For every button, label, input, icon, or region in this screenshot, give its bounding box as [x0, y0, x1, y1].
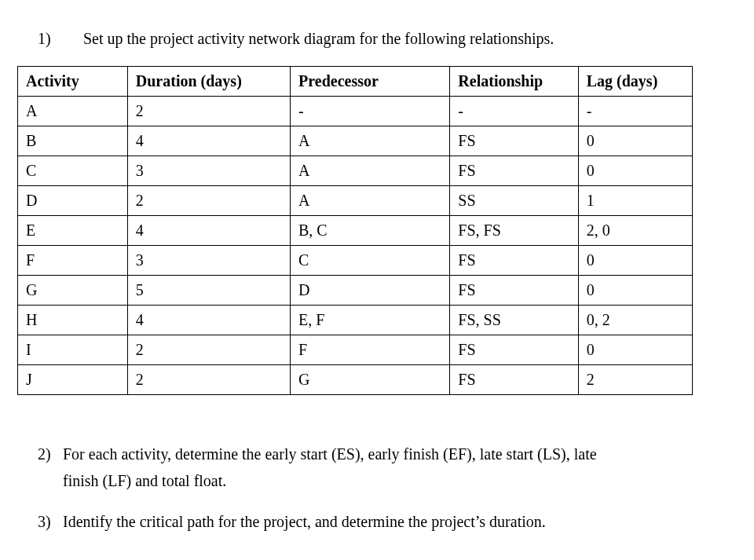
cell-lag: 0: [578, 276, 692, 306]
cell-predecessor: E, F: [291, 306, 450, 335]
question-3-number: 3): [38, 513, 63, 531]
cell-duration: 4: [127, 126, 290, 156]
question-2: 2) For each activity, determine the earl…: [38, 441, 737, 494]
cell-predecessor: A: [291, 186, 450, 216]
table-header-row: Activity Duration (days) Predecessor Rel…: [18, 67, 693, 97]
cell-relationship: FS: [450, 156, 578, 186]
table-row: D2ASS1: [18, 186, 693, 216]
header-lag: Lag (days): [578, 67, 692, 97]
cell-activity: J: [18, 365, 128, 395]
cell-duration: 3: [127, 156, 290, 186]
cell-lag: 0: [578, 126, 692, 156]
cell-relationship: FS: [450, 365, 578, 395]
table-row: H4E, FFS, SS0, 2: [18, 306, 693, 335]
question-1-text: Set up the project activity network diag…: [83, 25, 737, 52]
cell-activity: F: [18, 246, 128, 276]
cell-duration: 5: [127, 276, 290, 306]
cell-lag: 0: [578, 246, 692, 276]
activity-table: Activity Duration (days) Predecessor Rel…: [17, 66, 693, 395]
question-2-number: 2): [38, 445, 63, 463]
cell-relationship: FS: [450, 276, 578, 306]
cell-duration: 2: [127, 186, 290, 216]
cell-lag: 2, 0: [578, 216, 692, 246]
cell-duration: 4: [127, 306, 290, 335]
cell-activity: B: [18, 126, 128, 156]
question-1: 1) Set up the project activity network d…: [17, 25, 737, 52]
cell-predecessor: D: [291, 276, 450, 306]
header-duration: Duration (days): [127, 67, 290, 97]
cell-predecessor: A: [291, 156, 450, 186]
question-3: 3) Identify the critical path for the pr…: [38, 508, 737, 535]
cell-relationship: FS, FS: [450, 216, 578, 246]
cell-activity: H: [18, 306, 128, 335]
cell-duration: 3: [127, 246, 290, 276]
cell-activity: G: [18, 276, 128, 306]
cell-duration: 2: [127, 335, 290, 365]
cell-predecessor: A: [291, 126, 450, 156]
question-2-text-line1: For each activity, determine the early s…: [63, 441, 737, 467]
cell-duration: 2: [127, 97, 290, 126]
cell-relationship: SS: [450, 186, 578, 216]
cell-activity: E: [18, 216, 128, 246]
cell-duration: 4: [127, 216, 290, 246]
header-relationship: Relationship: [450, 67, 578, 97]
page: 1) Set up the project activity network d…: [0, 0, 754, 560]
cell-lag: 1: [578, 186, 692, 216]
cell-relationship: FS, SS: [450, 306, 578, 335]
cell-lag: 0: [578, 335, 692, 365]
table-row: I2FFS0: [18, 335, 693, 365]
question-1-number: 1): [17, 30, 83, 48]
question-2-text-line2: finish (LF) and total float.: [63, 467, 737, 494]
header-predecessor: Predecessor: [291, 67, 450, 97]
header-activity: Activity: [18, 67, 128, 97]
cell-relationship: FS: [450, 246, 578, 276]
cell-predecessor: C: [291, 246, 450, 276]
cell-relationship: -: [450, 97, 578, 126]
table-row: E4B, CFS, FS2, 0: [18, 216, 693, 246]
cell-predecessor: -: [291, 97, 450, 126]
table-row: J2GFS2: [18, 365, 693, 395]
table-row: G5DFS0: [18, 276, 693, 306]
spacer: [17, 426, 737, 441]
table-row: F3CFS0: [18, 246, 693, 276]
cell-activity: A: [18, 97, 128, 126]
cell-relationship: FS: [450, 126, 578, 156]
cell-duration: 2: [127, 365, 290, 395]
question-3-text: Identify the critical path for the proje…: [63, 508, 737, 535]
cell-activity: C: [18, 156, 128, 186]
activity-table-body: A2---B4AFS0C3AFS0D2ASS1E4B, CFS, FS2, 0F…: [18, 97, 693, 395]
table-row: A2---: [18, 97, 693, 126]
cell-relationship: FS: [450, 335, 578, 365]
cell-activity: D: [18, 186, 128, 216]
cell-predecessor: F: [291, 335, 450, 365]
cell-activity: I: [18, 335, 128, 365]
table-row: B4AFS0: [18, 126, 693, 156]
cell-predecessor: B, C: [291, 216, 450, 246]
cell-lag: 2: [578, 365, 692, 395]
cell-lag: -: [578, 97, 692, 126]
cell-lag: 0: [578, 156, 692, 186]
cell-predecessor: G: [291, 365, 450, 395]
cell-lag: 0, 2: [578, 306, 692, 335]
table-row: C3AFS0: [18, 156, 693, 186]
